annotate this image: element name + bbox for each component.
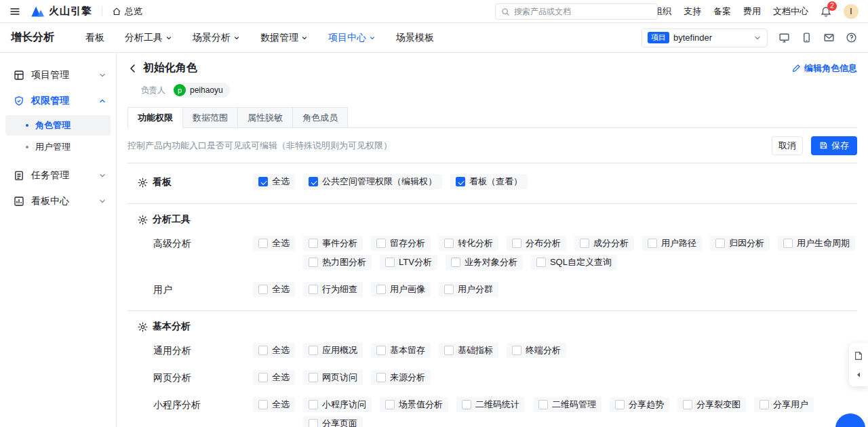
permission-checkbox[interactable]: 分享趋势 bbox=[610, 397, 669, 412]
checkbox-unchecked bbox=[376, 239, 386, 248]
sidebar-item[interactable]: 项目管理 bbox=[0, 62, 116, 88]
sidebar-item[interactable]: 权限管理 bbox=[0, 88, 116, 114]
checkbox-label: 终端分析 bbox=[526, 344, 561, 357]
tab[interactable]: 属性脱敏 bbox=[237, 107, 293, 128]
checkbox-checked bbox=[456, 177, 465, 186]
nav-item[interactable]: 场景分析 bbox=[193, 32, 240, 44]
section-title: 看板 bbox=[153, 176, 172, 188]
permission-checkbox[interactable]: 分享用户 bbox=[754, 397, 814, 412]
topbar-link[interactable]: 费用 bbox=[743, 5, 761, 18]
permission-checkbox[interactable]: 基础指标 bbox=[439, 343, 498, 358]
sidebar-subitem[interactable]: 角色管理 bbox=[5, 115, 111, 136]
permission-checkbox[interactable]: 小程序访问 bbox=[303, 397, 372, 412]
topbar-link[interactable]: 文档中心 bbox=[773, 5, 808, 18]
checkbox-unchecked bbox=[683, 400, 692, 409]
permission-checkbox[interactable]: 归因分析 bbox=[710, 236, 770, 251]
topbar-link[interactable]: 备案 bbox=[713, 5, 731, 18]
overview-link[interactable]: 总览 bbox=[112, 5, 142, 18]
permission-checkbox[interactable]: 全选 bbox=[253, 397, 295, 412]
collapse-arrow-icon[interactable] bbox=[855, 371, 862, 378]
checkbox-label: 分布分析 bbox=[526, 237, 561, 249]
checkbox-unchecked bbox=[258, 346, 268, 355]
nav-item[interactable]: 场景模板 bbox=[396, 32, 434, 44]
permission-checkbox[interactable]: 看板（查看） bbox=[450, 174, 528, 189]
notifications-button[interactable]: 2 bbox=[821, 6, 831, 17]
search-input[interactable] bbox=[514, 7, 652, 16]
permission-checkbox[interactable]: 事件分析 bbox=[303, 236, 363, 251]
tab[interactable]: 角色成员 bbox=[292, 107, 348, 128]
menu-icon[interactable] bbox=[9, 6, 20, 17]
checkbox-unchecked bbox=[783, 239, 793, 248]
project-selector[interactable]: 项目 bytefinder bbox=[642, 28, 768, 47]
tab[interactable]: 数据范围 bbox=[182, 107, 238, 128]
permission-checkbox[interactable]: 网页访问 bbox=[303, 370, 363, 385]
checkbox-unchecked bbox=[376, 346, 386, 355]
sidebar-subitem[interactable]: 用户管理 bbox=[5, 137, 111, 157]
permission-row-label: 网页分析 bbox=[153, 370, 253, 384]
permission-checkbox[interactable]: 成分分析 bbox=[574, 236, 634, 251]
permission-checkbox[interactable]: 用户生命周期 bbox=[778, 236, 855, 251]
permission-checkbox[interactable]: 转化分析 bbox=[439, 236, 498, 251]
bullet-dot bbox=[26, 124, 28, 127]
pill-line: 全选网页访问来源分析 bbox=[253, 370, 857, 385]
permission-checkbox[interactable]: 全选 bbox=[253, 282, 295, 297]
sidebar-item[interactable]: 看板中心 bbox=[0, 188, 116, 214]
panel-head: 控制产品内功能入口是否可见或可编辑（非特殊说明则为可见权限） 取消 保存 bbox=[127, 128, 857, 163]
feedback-doc-icon[interactable] bbox=[854, 351, 863, 361]
permission-checkbox[interactable]: 用户画像 bbox=[371, 282, 431, 297]
permission-checkbox[interactable]: 全选 bbox=[253, 343, 295, 358]
checkbox-label: 全选 bbox=[272, 237, 290, 249]
permission-checkbox[interactable]: 来源分析 bbox=[371, 370, 431, 385]
permission-checkbox[interactable]: 基本留存 bbox=[371, 343, 431, 358]
nav-item[interactable]: 分析工具 bbox=[125, 32, 172, 44]
edit-role-link[interactable]: 编辑角色信息 bbox=[792, 62, 857, 75]
permission-checkbox[interactable]: 全选 bbox=[253, 174, 295, 189]
checkbox-label: 全选 bbox=[272, 371, 290, 384]
permission-checkbox[interactable]: 二维码统计 bbox=[456, 397, 525, 412]
product-name[interactable]: 增长分析 bbox=[11, 30, 54, 45]
permission-checkbox[interactable]: 场景值分析 bbox=[380, 397, 448, 412]
permission-checkbox[interactable]: 业务对象分析 bbox=[446, 255, 523, 270]
permission-section: 基本分析通用分析全选应用概况基本留存基础指标终端分析网页分析全选网页访问来源分析… bbox=[127, 311, 857, 427]
nav-item[interactable]: 数据管理 bbox=[260, 32, 308, 44]
mobile-icon[interactable] bbox=[801, 32, 812, 43]
permission-checkbox[interactable]: 全选 bbox=[253, 370, 295, 385]
permission-checkbox[interactable]: 留存分析 bbox=[371, 236, 431, 251]
permission-checkbox[interactable]: 全选 bbox=[253, 236, 295, 251]
nav-item[interactable]: 项目中心 bbox=[328, 32, 376, 44]
back-button[interactable] bbox=[127, 63, 138, 74]
permission-row-label: 小程序分析 bbox=[153, 397, 253, 411]
search-icon bbox=[501, 7, 510, 16]
topbar-link[interactable]: 支持 bbox=[684, 5, 701, 18]
permission-checkbox[interactable]: 分享裂变图 bbox=[677, 397, 746, 412]
dashboard-icon bbox=[14, 196, 24, 207]
checkbox-unchecked bbox=[385, 258, 395, 267]
monitor-icon[interactable] bbox=[778, 32, 790, 43]
permission-checkbox[interactable]: 用户分群 bbox=[439, 282, 498, 297]
panel-actions: 取消 保存 bbox=[772, 136, 857, 155]
permission-checkbox[interactable]: 分享页面 bbox=[303, 416, 363, 427]
permission-checkbox[interactable]: 公共空间管理权限（编辑权） bbox=[303, 174, 442, 189]
checkbox-label: 热力图分析 bbox=[322, 256, 366, 268]
permission-checkbox[interactable]: 用户路径 bbox=[642, 236, 702, 251]
volcengine-logo[interactable]: 火山引擎 bbox=[31, 5, 92, 18]
pill-line: 分享页面 bbox=[303, 416, 857, 427]
permission-checkbox[interactable]: 行为细查 bbox=[303, 282, 363, 297]
sidebar-item[interactable]: 任务管理 bbox=[0, 163, 116, 188]
permission-checkbox[interactable]: 应用概况 bbox=[303, 343, 363, 358]
nav-item[interactable]: 看板 bbox=[85, 32, 104, 44]
permission-checkbox[interactable]: SQL自定义查询 bbox=[531, 255, 617, 270]
permission-checkbox[interactable]: LTV分析 bbox=[380, 255, 437, 270]
tab[interactable]: 功能权限 bbox=[127, 107, 183, 128]
permission-checkbox[interactable]: 终端分析 bbox=[507, 343, 566, 358]
permission-checkbox[interactable]: 热力图分析 bbox=[303, 255, 372, 270]
search-box[interactable] bbox=[495, 3, 658, 20]
help-icon[interactable] bbox=[846, 32, 857, 43]
cancel-button[interactable]: 取消 bbox=[772, 136, 803, 155]
mail-icon[interactable] bbox=[823, 32, 835, 43]
permission-checkbox[interactable]: 分布分析 bbox=[507, 236, 566, 251]
permission-checkbox[interactable]: 二维码管理 bbox=[533, 397, 601, 412]
save-button[interactable]: 保存 bbox=[811, 136, 857, 155]
checkbox-unchecked bbox=[715, 239, 725, 248]
user-avatar[interactable]: I bbox=[844, 4, 859, 19]
